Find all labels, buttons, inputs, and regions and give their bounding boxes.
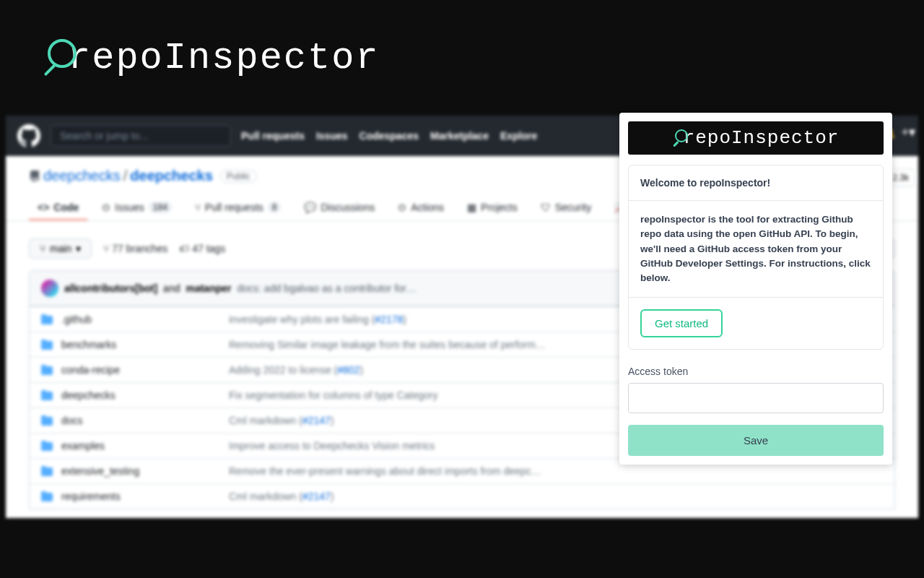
tab-projects[interactable]: ▦ Projects xyxy=(458,196,526,220)
welcome-card: Welcome to repoInspector! repoInspector … xyxy=(628,165,884,350)
file-commit-msg[interactable]: Removing Similar image leakage from the … xyxy=(229,339,546,350)
folder-icon xyxy=(41,364,53,376)
extension-logo-text: repoInspector xyxy=(684,127,840,149)
folder-icon xyxy=(41,491,53,502)
search-input[interactable]: Search or jump to... xyxy=(51,125,231,147)
file-name[interactable]: examples xyxy=(61,440,220,452)
file-commit-msg[interactable]: Fix segmentation for columns of type Cat… xyxy=(229,389,437,401)
tab-issues[interactable]: ⊙ Issues 184 xyxy=(93,196,180,220)
file-name[interactable]: extensive_testing xyxy=(61,465,220,477)
file-name[interactable]: docs xyxy=(61,415,220,426)
file-commit-msg[interactable]: Adding 2022 to license (#802) xyxy=(229,364,363,376)
save-button[interactable]: Save xyxy=(628,425,884,456)
extension-panel: repoInspector Welcome to repoInspector! … xyxy=(619,113,892,465)
github-logo-icon xyxy=(17,124,40,147)
commit-author[interactable]: allcontributors[bot] xyxy=(64,282,157,294)
folder-icon xyxy=(41,339,53,350)
folder-icon xyxy=(41,465,53,477)
hero-banner: repoInspector xyxy=(0,0,924,116)
plus-icon[interactable]: +▾ xyxy=(901,124,915,140)
get-started-button[interactable]: Get started xyxy=(640,309,723,337)
search-placeholder: Search or jump to... xyxy=(60,130,148,142)
tab-actions[interactable]: ⊙ Actions xyxy=(389,196,453,220)
nav-codespaces[interactable]: Codespaces xyxy=(359,130,419,142)
repo-icon xyxy=(29,171,40,182)
folder-icon xyxy=(41,389,53,401)
product-logo: repoInspector xyxy=(43,37,380,79)
welcome-heading: Welcome to repoInspector! xyxy=(629,165,883,201)
file-row[interactable]: requirementsCml markdown (#2147) xyxy=(30,483,894,509)
visibility-badge: Public xyxy=(220,170,257,183)
nav-marketplace[interactable]: Marketplace xyxy=(430,130,489,142)
nav-pull-requests[interactable]: Pull requests xyxy=(241,130,305,142)
file-commit-msg[interactable]: Cml markdown (#2147) xyxy=(229,491,334,502)
avatar xyxy=(41,280,58,297)
file-commit-msg[interactable]: investigate why plots are failing (#2178… xyxy=(229,314,406,325)
file-name[interactable]: deepchecks xyxy=(61,389,220,401)
file-name[interactable]: requirements xyxy=(61,491,220,502)
magnifier-icon xyxy=(43,39,81,77)
extension-logo-bar: repoInspector xyxy=(628,121,884,155)
folder-icon xyxy=(41,314,53,325)
owner-link[interactable]: deepchecks xyxy=(43,168,121,184)
commit-message[interactable]: docs: add bgalvao as a contributor for… xyxy=(237,282,417,294)
nav-explore[interactable]: Explore xyxy=(500,130,537,142)
tab-discussions[interactable]: 💬 Discussions xyxy=(295,196,383,220)
folder-icon xyxy=(41,415,53,426)
access-token-input[interactable] xyxy=(628,383,884,413)
nav-issues[interactable]: Issues xyxy=(316,130,348,142)
folder-icon xyxy=(41,440,53,452)
file-commit-msg[interactable]: Cml markdown (#2147) xyxy=(229,415,334,426)
commit-author2[interactable]: matanper xyxy=(186,282,231,294)
welcome-description: repoInspector is the tool for extracting… xyxy=(629,201,883,297)
tab-code[interactable]: <> Code xyxy=(29,196,87,220)
file-commit-msg[interactable]: Improve access to Deepchecks Vision metr… xyxy=(229,440,435,452)
file-name[interactable]: benchmarks xyxy=(61,339,220,350)
tags-link[interactable]: 🏷 47 tags xyxy=(179,243,225,254)
magnifier-icon xyxy=(673,129,690,147)
file-commit-msg[interactable]: Remove the ever-present warnings about d… xyxy=(229,465,541,477)
repo-link[interactable]: deepchecks xyxy=(130,168,213,184)
product-name: repoInspector xyxy=(68,37,380,79)
tab-security[interactable]: 🛡 Security xyxy=(532,196,601,220)
branches-link[interactable]: ⑂ 77 branches xyxy=(103,243,167,254)
file-name[interactable]: .github xyxy=(61,314,220,325)
branch-button[interactable]: ⑂ main ▾ xyxy=(29,238,92,259)
global-nav: Pull requests Issues Codespaces Marketpl… xyxy=(241,130,537,142)
access-token-label: Access token xyxy=(628,366,884,377)
file-name[interactable]: conda-recipe xyxy=(61,364,220,376)
tab-pull-requests[interactable]: ⑂ Pull requests 8 xyxy=(186,196,290,220)
